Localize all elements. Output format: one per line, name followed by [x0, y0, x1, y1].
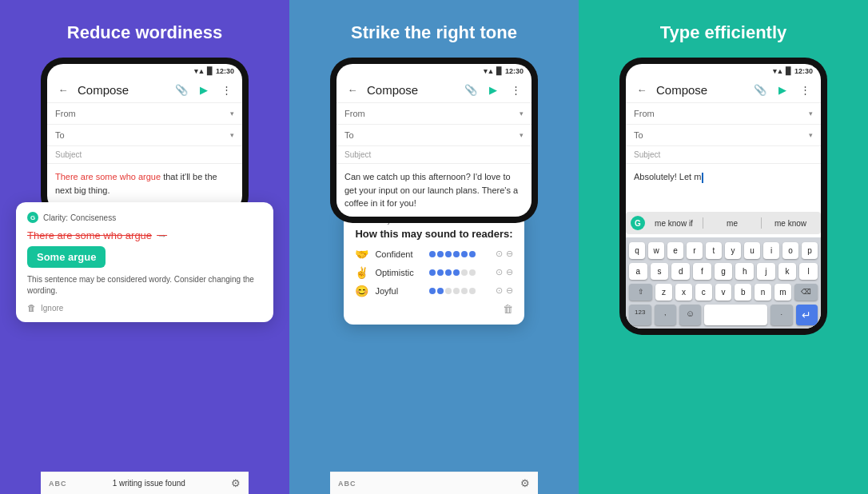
phone2-screen: ▾▲ ▉ 12:30 ← Compose 📎 ▶ ⋮ From ▾ To ▾: [336, 64, 532, 217]
phone-3: ▾▲ ▉ 12:30 ← Compose 📎 ▶ ⋮ From ▾ To ▾: [619, 58, 827, 335]
keyboard-rows: q w e r t y u i o p a s d: [629, 242, 818, 325]
key-b[interactable]: b: [735, 284, 751, 301]
g-dot-1: G: [27, 212, 38, 223]
keyboard: q w e r t y u i o p a s d: [626, 237, 821, 329]
bottom-bar-1: ABC 1 writing issue found ⚙: [41, 472, 249, 494]
key-a[interactable]: a: [629, 263, 647, 280]
key-p[interactable]: p: [802, 242, 818, 259]
body-text-3: Absolutely! Let m: [634, 172, 701, 181]
phone1-screen: ▾▲ ▉ 12:30 ← Compose 📎 ▶ ⋮ From ▾ To ▾: [47, 64, 242, 212]
to-label-2: To: [344, 130, 520, 140]
key-f[interactable]: f: [693, 263, 711, 280]
card-footer-1: 🗑 Ignore: [27, 303, 262, 313]
key-u[interactable]: u: [744, 242, 760, 259]
send-icon-2[interactable]: ▶: [485, 82, 501, 98]
key-emoji[interactable]: ☺: [679, 305, 701, 325]
ignore-label-1[interactable]: Ignore: [41, 304, 63, 313]
to-field-3: To ▾: [626, 125, 821, 146]
trash-icon-1[interactable]: 🗑: [27, 303, 36, 313]
key-y[interactable]: y: [725, 242, 741, 259]
key-j[interactable]: j: [757, 263, 775, 280]
status-time-1: 12:30: [216, 67, 234, 75]
highlighted-text-1: There are some who argue: [55, 172, 161, 181]
key-i[interactable]: i: [763, 242, 779, 259]
phone3-screen: ▾▲ ▉ 12:30 ← Compose 📎 ▶ ⋮ From ▾ To ▾: [626, 64, 821, 329]
from-chevron-2: ▾: [520, 110, 524, 118]
tone-row-joyful: 😊 Joyful ⊙⊖: [355, 285, 512, 297]
joyful-label: Joyful: [375, 286, 423, 296]
suggestion-btn-1[interactable]: Some argue: [27, 246, 106, 268]
optimistic-actions: ⊙⊖: [496, 267, 513, 277]
key-shift[interactable]: ⇧: [629, 284, 652, 301]
key-r[interactable]: r: [687, 242, 703, 259]
key-123[interactable]: 123: [629, 305, 651, 325]
card-label-1: G Clarity: Conciseness: [27, 212, 262, 223]
key-backspace[interactable]: ⌫: [794, 284, 818, 301]
confident-emoji: 🤝: [355, 248, 368, 261]
to-chevron-1: ▾: [230, 131, 234, 139]
panel1-title: Reduce wordiness: [67, 22, 222, 43]
key-enter[interactable]: ↵: [796, 305, 818, 325]
key-g[interactable]: g: [715, 263, 733, 280]
key-w[interactable]: w: [648, 242, 664, 259]
back-icon-3[interactable]: ←: [634, 82, 650, 98]
strikethrough-1: There are some who argue→: [27, 229, 262, 241]
suggest-2[interactable]: me: [707, 219, 758, 228]
compose-title-3: Compose: [656, 83, 746, 97]
status-icons-1: ▾▲ ▉: [194, 67, 213, 75]
key-h[interactable]: h: [735, 263, 754, 280]
optimistic-label: Optimistic: [375, 268, 423, 277]
key-t[interactable]: t: [706, 242, 722, 259]
key-z[interactable]: z: [655, 284, 672, 301]
key-k[interactable]: k: [778, 263, 797, 280]
key-comma[interactable]: ,: [655, 305, 676, 325]
panel-tone: Strike the right tone ▾▲ ▉ 12:30 ← Compo…: [289, 0, 579, 494]
attach-icon-2[interactable]: 📎: [463, 82, 479, 98]
key-m[interactable]: m: [774, 284, 791, 301]
more-icon-1[interactable]: ⋮: [218, 82, 234, 98]
back-icon-1[interactable]: ←: [55, 82, 71, 98]
attach-icon-1[interactable]: 📎: [173, 82, 189, 98]
tone-trash[interactable]: 🗑: [355, 303, 512, 315]
attach-icon-3[interactable]: 📎: [752, 82, 768, 98]
phone-2: ▾▲ ▉ 12:30 ← Compose 📎 ▶ ⋮ From ▾ To ▾: [330, 58, 538, 223]
key-x[interactable]: x: [675, 284, 692, 301]
divider-2: [761, 217, 762, 229]
send-icon-1[interactable]: ▶: [196, 82, 212, 98]
key-q[interactable]: q: [629, 242, 645, 259]
joyful-emoji: 😊: [355, 285, 368, 297]
status-bar-3: ▾▲ ▉ 12:30: [626, 64, 821, 77]
g-logo: G: [631, 216, 645, 230]
compose-title-2: Compose: [367, 83, 456, 97]
key-o[interactable]: o: [782, 242, 798, 259]
gear-icon-1[interactable]: ⚙: [231, 477, 241, 489]
key-d[interactable]: d: [671, 263, 690, 280]
email-body-3: Absolutely! Let m: [626, 164, 821, 212]
more-icon-2[interactable]: ⋮: [508, 82, 524, 98]
more-icon-3[interactable]: ⋮: [797, 82, 813, 98]
divider-1: [703, 217, 703, 229]
keyboard-row-2: a s d f g h j k l: [629, 263, 818, 280]
key-e[interactable]: e: [667, 242, 683, 259]
suggest-1[interactable]: me know if: [648, 219, 699, 228]
issue-text-1: 1 writing issue found: [74, 479, 225, 488]
key-c[interactable]: c: [695, 284, 712, 301]
confident-label: Confident: [375, 249, 423, 259]
key-period[interactable]: .: [770, 305, 792, 325]
status-time-2: 12:30: [505, 67, 524, 75]
tone-big-title: How this may sound to readers:: [355, 228, 512, 240]
tone-row-confident: 🤝 Confident ⊙⊖: [355, 248, 512, 261]
key-s[interactable]: s: [651, 263, 669, 280]
key-l[interactable]: l: [799, 263, 818, 280]
joyful-actions: ⊙⊖: [496, 285, 513, 296]
subject-field-3: Subject: [626, 146, 821, 164]
key-v[interactable]: v: [715, 284, 732, 301]
send-icon-3[interactable]: ▶: [774, 82, 790, 98]
email-body-2: Can we catch up this afternoon? I'd love…: [336, 164, 532, 217]
gear-icon-2[interactable]: ⚙: [520, 477, 530, 489]
to-chevron-3: ▾: [809, 131, 813, 139]
suggest-3[interactable]: me know: [765, 219, 816, 228]
key-n[interactable]: n: [755, 284, 771, 301]
key-space[interactable]: [704, 305, 767, 325]
back-icon-2[interactable]: ←: [344, 82, 360, 98]
